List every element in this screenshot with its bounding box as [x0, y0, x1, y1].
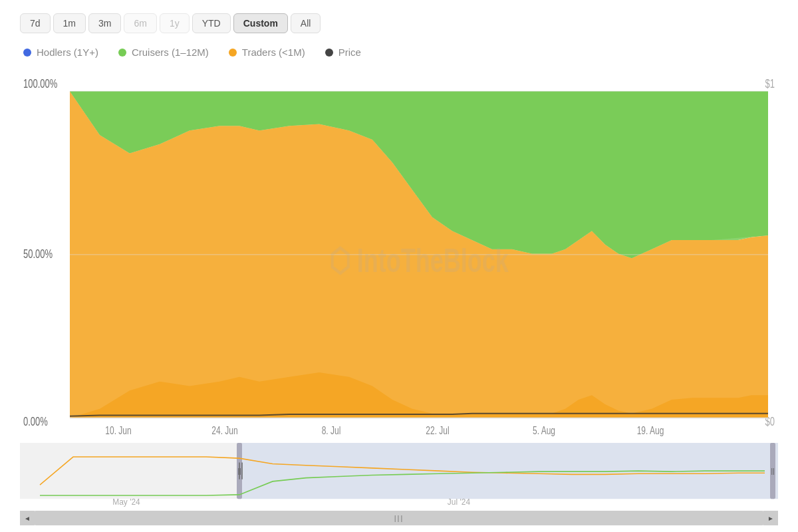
time-btn-1y: 1y — [160, 13, 190, 33]
svg-text:Jul '24: Jul '24 — [448, 497, 470, 506]
svg-text:||: || — [771, 467, 774, 475]
scrollbar: ◄ ||| ► — [20, 511, 778, 525]
legend: Hodlers (1Y+) Cruisers (1–12M) Traders (… — [20, 47, 778, 58]
svg-text:0.00%: 0.00% — [23, 415, 48, 428]
svg-text:May '24: May '24 — [112, 497, 140, 506]
main-chart-svg: 100.00% 50.00% 0.00% $1 $0 — [20, 71, 778, 436]
main-chart: 100.00% 50.00% 0.00% $1 $0 — [20, 71, 778, 436]
svg-text:100.00%: 100.00% — [23, 77, 57, 90]
svg-text:5. Aug: 5. Aug — [533, 424, 555, 436]
time-btn-custom[interactable]: Custom — [233, 13, 288, 33]
legend-item-price: Price — [325, 47, 361, 58]
svg-text:22. Jul: 22. Jul — [426, 424, 449, 436]
svg-text:10. Jun: 10. Jun — [105, 424, 131, 436]
legend-dot — [118, 49, 126, 57]
scrollbar-track: ◄ ||| ► — [20, 511, 778, 525]
time-range-bar: 7d1m3m6m1yYTDCustomAll — [20, 13, 778, 33]
legend-item-traders---1m-: Traders (<1M) — [229, 47, 305, 58]
legend-item-hodlers--1y--: Hodlers (1Y+) — [23, 47, 98, 58]
svg-text:⬡ IntoTheBlock: ⬡ IntoTheBlock — [329, 242, 509, 279]
legend-item-cruisers--1-12m-: Cruisers (1–12M) — [118, 47, 209, 58]
scroll-left-button[interactable]: ◄ — [20, 511, 35, 525]
svg-text:50.00%: 50.00% — [23, 247, 53, 260]
time-btn-7d[interactable]: 7d — [20, 13, 51, 33]
scroll-thumb[interactable]: ||| — [35, 511, 763, 525]
time-btn-6m: 6m — [124, 13, 156, 33]
legend-dot — [325, 49, 333, 57]
time-btn-all[interactable]: All — [291, 13, 321, 33]
svg-rect-17 — [20, 443, 239, 499]
svg-text:19. Aug: 19. Aug — [637, 424, 664, 436]
svg-text:24. Jun: 24. Jun — [211, 424, 237, 436]
time-btn-3m[interactable]: 3m — [88, 13, 121, 33]
scroll-right-button[interactable]: ► — [763, 511, 778, 525]
chart-wrapper: 100.00% 50.00% 0.00% $1 $0 — [20, 71, 778, 525]
time-btn-ytd[interactable]: YTD — [192, 13, 231, 33]
legend-label: Hodlers (1Y+) — [37, 47, 98, 58]
legend-label: Price — [338, 47, 361, 58]
legend-dot — [229, 49, 237, 57]
svg-text:$1: $1 — [765, 77, 775, 90]
navigator: || || May '24 Jul '24 — [20, 443, 778, 509]
svg-text:8. Jul: 8. Jul — [322, 424, 341, 436]
time-btn-1m[interactable]: 1m — [53, 13, 86, 33]
legend-label: Traders (<1M) — [242, 47, 305, 58]
main-container: 7d1m3m6m1yYTDCustomAll Hodlers (1Y+) Cru… — [0, 0, 798, 532]
svg-text:||: || — [237, 467, 241, 475]
legend-dot — [23, 49, 31, 57]
legend-label: Cruisers (1–12M) — [132, 47, 209, 58]
navigator-svg: || || May '24 Jul '24 — [20, 443, 778, 509]
